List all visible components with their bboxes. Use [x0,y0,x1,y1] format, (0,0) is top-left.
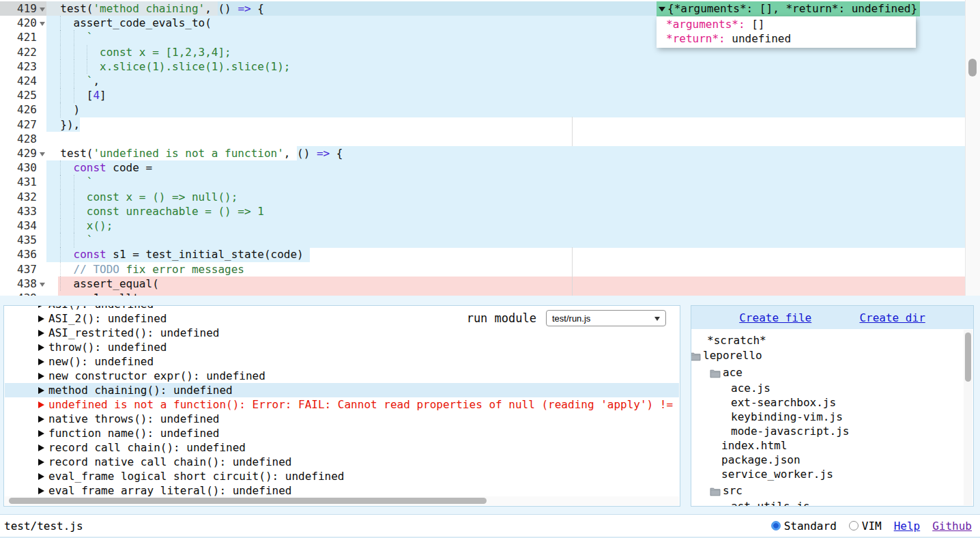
fold-arrow-icon[interactable] [40,8,45,14]
expand-triangle-icon[interactable] [38,430,48,437]
tree-folder-ace[interactable]: ace [723,365,743,380]
gutter-420[interactable]: 420 [0,16,46,30]
expand-triangle-icon[interactable] [38,401,48,408]
help-link[interactable]: Help [894,520,921,533]
keybinding-standard-option[interactable]: Standard [771,520,837,533]
gutter-428[interactable]: 428 [0,132,46,146]
test-result-item[interactable]: record native call chain(): undefined [38,455,291,469]
run-module-select[interactable]: test/run.js [546,310,666,326]
tree-file-ast-utils.js[interactable]: ast_utils.js [731,499,810,506]
gutter-427[interactable]: 427 [0,117,46,132]
code-line-438[interactable]: 438 assert_equal( [0,277,965,292]
code-line-433[interactable]: 433 const unreachable = () => 1 [0,204,965,219]
expand-triangle-icon[interactable] [38,330,48,337]
gutter-430[interactable]: 430 [0,160,46,175]
output-hscrollbar-track[interactable] [5,496,679,505]
fold-arrow-icon[interactable] [40,152,45,159]
tree-file-service-worker.js[interactable]: service_worker.js [721,467,833,481]
gutter-434[interactable]: 434 [0,218,46,233]
gutter-437[interactable]: 437 [0,262,46,277]
tree-folder-src[interactable]: src [723,483,743,498]
code-line-424[interactable]: 424 `, [0,74,965,89]
gutter-436[interactable]: 436 [0,247,46,261]
test-result-item[interactable]: record call chain(): undefined [38,440,246,455]
test-result-item[interactable]: ASI(): undefined [38,306,154,311]
code-line-429[interactable]: 429 test('undefined is not a function', … [0,146,965,161]
test-result-item[interactable]: throw(): undefined [38,340,167,354]
create-dir-link[interactable]: Create dir [859,311,925,324]
tree-file-index.html[interactable]: index.html [721,438,787,453]
test-result-item[interactable]: new(): undefined [38,354,154,369]
gutter-439[interactable]: 439 [0,291,46,296]
keybinding-vim-option[interactable]: VIM [849,520,882,533]
tree-file--scratch-[interactable]: *scratch* [707,333,766,348]
expand-triangle-icon[interactable] [38,473,48,480]
test-result-item[interactable]: undefined is not a function(): Error: FA… [38,397,673,412]
code-line-435[interactable]: 435 ` [0,233,965,248]
code-line-426[interactable]: 426 ) [0,102,965,117]
code-line-437[interactable]: 437 // TODO fix error messages [0,262,965,277]
expand-triangle-icon[interactable] [38,459,48,466]
test-result-item[interactable]: eval_frame logical short circuit(): unde… [38,469,344,483]
code-line-428[interactable]: 428 [0,132,965,147]
expand-triangle-icon[interactable] [38,315,48,322]
test-result-item[interactable]: method chaining(): undefined [38,383,233,397]
fold-arrow-icon[interactable] [40,22,45,29]
gutter-431[interactable]: 431 [0,175,46,189]
code-line-432[interactable]: 432 const x = () => null(); [0,190,965,205]
gutter-422[interactable]: 422 [0,45,46,59]
create-file-link[interactable]: Create file [739,311,811,324]
tree-file-ace.js[interactable]: ace.js [731,381,770,395]
editor-scrollbar-track[interactable] [965,0,980,296]
tree-file-keybinding-vim.js[interactable]: keybinding-vim.js [731,410,843,424]
gutter-419[interactable]: 419 [0,1,46,16]
code-editor[interactable]: 419 test('method chaining', () => {420 a… [0,0,980,296]
editor-scrollbar-thumb[interactable] [968,59,977,76]
tree-file-mode-javascript.js[interactable]: mode-javascript.js [731,424,849,438]
output-hscrollbar-thumb[interactable] [9,498,487,504]
fold-arrow-icon[interactable] [40,283,45,289]
code-line-423[interactable]: 423 x.slice(1).slice(1).slice(1); [0,59,965,74]
test-result-item[interactable]: native throws(): undefined [38,412,219,426]
code-line-427[interactable]: 427 }), [0,117,965,132]
test-result-item[interactable]: ASI_restrited(): undefined [38,326,219,340]
gutter-424[interactable]: 424 [0,74,46,88]
tooltip-row-return[interactable]: *return*: undefined [666,31,906,46]
test-result-item[interactable]: new constructor expr(): undefined [38,369,265,383]
tree-scrollbar-track[interactable] [964,330,972,505]
gutter-421[interactable]: 421 [0,30,46,44]
gutter-435[interactable]: 435 [0,233,46,247]
gutter-433[interactable]: 433 [0,204,46,218]
tree-folder-leporello[interactable]: leporello [703,348,762,363]
code-line-436[interactable]: 436 const s1 = test_initial_state(code) [0,247,965,262]
expand-triangle-icon[interactable] [38,306,48,308]
gutter-438[interactable]: 438 [0,277,46,291]
expand-triangle-icon[interactable] [38,358,48,365]
tooltip-header[interactable]: {*arguments*: [], *return*: undefined} [657,1,920,16]
github-link[interactable]: Github [932,520,972,533]
test-result-item[interactable]: function name(): undefined [38,426,219,440]
expand-triangle-icon[interactable] [38,444,48,451]
expand-triangle-icon[interactable] [38,373,48,380]
code-line-439[interactable]: 439 s1.calltree [0,291,965,296]
test-result-item[interactable]: eval_frame array_literal(): undefined [38,483,291,496]
expand-triangle-icon[interactable] [38,487,48,494]
expand-triangle-icon[interactable] [38,344,48,351]
code-line-425[interactable]: 425 [4] [0,88,965,103]
expand-triangle-icon[interactable] [38,416,48,423]
collapse-triangle-icon[interactable] [659,7,665,15]
code-line-434[interactable]: 434 x(); [0,218,965,233]
tooltip-row-arguments[interactable]: *arguments*: [] [666,17,906,31]
value-inspector-tooltip[interactable]: {*arguments*: [], *return*: undefined} *… [657,1,920,48]
tree-file-package.json[interactable]: package.json [721,453,801,467]
code-line-430[interactable]: 430 const code = [0,160,965,175]
code-line-431[interactable]: 431 ` [0,175,965,190]
expand-triangle-icon[interactable] [38,387,48,394]
tree-scrollbar-thumb[interactable] [965,332,971,382]
gutter-429[interactable]: 429 [0,146,46,160]
test-result-item[interactable]: ASI_2(): undefined [38,311,167,326]
gutter-423[interactable]: 423 [0,59,46,74]
radio-standard[interactable] [771,521,781,530]
gutter-426[interactable]: 426 [0,102,46,117]
gutter-432[interactable]: 432 [0,190,46,204]
